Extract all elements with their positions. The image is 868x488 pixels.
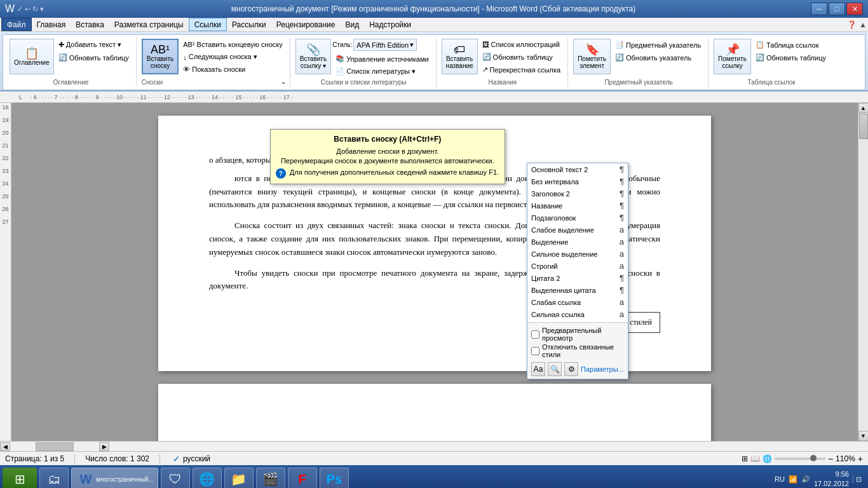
- scroll-right-button[interactable]: ▶: [99, 442, 109, 451]
- update-table-toc-button[interactable]: 🔄 Обновить таблицу: [55, 51, 132, 64]
- zoom-plus-icon[interactable]: +: [858, 454, 863, 464]
- horizontal-ruler: L · 6 · · · · · 7 · · · · · 8 · · · · · …: [0, 92, 868, 103]
- ps-icon: Ps: [324, 469, 344, 488]
- style-list[interactable]: Основной текст 2 ¶ Без интервала ¶ Загол…: [527, 163, 628, 322]
- style-item-h2[interactable]: Заголовок 2 ¶: [527, 187, 628, 200]
- zoom-minus-icon[interactable]: −: [828, 454, 833, 464]
- insert-citation-button[interactable]: 📎 Вставитьссылку ▾: [295, 39, 331, 74]
- taskbar-explorer-btn[interactable]: 🗂: [39, 468, 69, 488]
- show-footnotes-button[interactable]: 👁 Показать сноски: [180, 64, 286, 75]
- taskbar-shield-btn[interactable]: 🛡: [161, 468, 190, 488]
- clock-date: 17.02.2012: [814, 479, 849, 488]
- style-item-intense-quote[interactable]: Выделенная цитата ¶: [527, 284, 628, 296]
- scroll-h-thumb[interactable]: [36, 442, 74, 451]
- bibliography-button[interactable]: 📄 Список литературы ▾: [332, 65, 431, 78]
- language-button[interactable]: ✓ русский: [170, 453, 213, 464]
- apa-style-dropdown[interactable]: APA Fifth Edition ▾: [353, 39, 417, 51]
- style-item-intense-em[interactable]: Сильное выделение а: [527, 248, 628, 260]
- index-button[interactable]: 📑 Предметный указатель: [612, 39, 704, 51]
- menu-review[interactable]: Рецензирование: [271, 18, 341, 31]
- preview-checkbox-input[interactable]: [531, 330, 539, 339]
- linked-styles-checkbox[interactable]: Отключить связанные стили: [531, 343, 624, 358]
- word-icon: W: [76, 469, 96, 488]
- style-item-title[interactable]: Название ¶: [527, 200, 628, 212]
- update-table-cap-button[interactable]: 🔄 Обновить таблицу: [479, 51, 564, 63]
- menu-references[interactable]: Ссылки: [189, 18, 227, 31]
- maximize-button[interactable]: □: [829, 3, 845, 15]
- vertical-scrollbar[interactable]: ▲ ▼: [858, 103, 868, 441]
- style-item-nospace[interactable]: Без интервала ¶: [527, 175, 628, 187]
- scroll-down-button[interactable]: ▼: [858, 431, 869, 441]
- menu-addins[interactable]: Надстройки: [364, 18, 416, 31]
- ribbon-group-footnotes: AB¹ Вставитьсноску Вставить сноску (Alt+…: [138, 37, 290, 87]
- menu-insert[interactable]: Вставка: [71, 18, 109, 31]
- insert-endnote-button[interactable]: AB¹ Вставить концевую сноску: [180, 39, 286, 50]
- menu-home[interactable]: Главная: [32, 18, 71, 31]
- style-manage-button[interactable]: ⚙: [564, 362, 578, 376]
- style-item-quote2[interactable]: Цитата 2 ¶: [527, 272, 628, 284]
- scroll-thumb[interactable]: [859, 114, 868, 139]
- insert-footnote-button[interactable]: AB¹ Вставитьсноску Вставить сноску (Alt+…: [142, 39, 179, 74]
- taskbar-ps-btn[interactable]: Ps: [320, 468, 349, 488]
- update-index-button[interactable]: 🔄 Обновить указатель: [612, 51, 704, 64]
- cross-reference-button[interactable]: ↗ Перекрестная ссылка: [479, 64, 564, 76]
- insert-caption-button[interactable]: 🏷 Вставитьназвание: [442, 39, 478, 74]
- taskbar-browser-btn[interactable]: 🌐: [193, 468, 222, 488]
- update-toa-button[interactable]: 🔄 Обновить таблицу: [752, 51, 829, 64]
- minimize-button[interactable]: ─: [811, 3, 827, 15]
- menu-file[interactable]: Файл: [1, 18, 32, 31]
- add-text-button[interactable]: ✚ Добавить текст ▾: [55, 39, 132, 51]
- menu-mailings[interactable]: Рассылки: [227, 18, 271, 31]
- linked-styles-input[interactable]: [531, 347, 539, 355]
- scroll-track[interactable]: [858, 113, 868, 431]
- style-item-em[interactable]: Выделение а: [527, 236, 628, 248]
- zoom-thumb[interactable]: [810, 455, 817, 461]
- view-reading-icon[interactable]: 📖: [750, 454, 760, 463]
- show-desktop-icon[interactable]: ⊡: [853, 475, 862, 484]
- style-item-basic2[interactable]: Основной текст 2 ¶: [527, 163, 628, 175]
- menu-layout[interactable]: Разметка страницы: [109, 18, 189, 31]
- next-footnote-button[interactable]: ↓ Следующая сноска ▾: [180, 51, 286, 63]
- footnotes-expand-icon[interactable]: ⌄: [281, 78, 286, 85]
- style-item-subtle-ref[interactable]: Слабая ссылка а: [527, 296, 628, 308]
- taskbar-folder-btn[interactable]: 📁: [224, 468, 254, 488]
- menu-view[interactable]: Вид: [340, 18, 364, 31]
- taskbar-media-btn[interactable]: 🎬: [256, 468, 285, 488]
- horizontal-scrollbar[interactable]: ◀ ▶: [0, 441, 868, 451]
- close-button[interactable]: ✕: [846, 3, 863, 15]
- tooltip-help: ? Для получения дополнительных сведений …: [276, 168, 499, 179]
- toa-button[interactable]: 📋 Таблица ссылок: [752, 39, 829, 51]
- view-web-icon[interactable]: 🌐: [763, 454, 772, 463]
- linked-styles-label: Отключить связанные стили: [542, 343, 624, 358]
- system-clock: 9:56 17.02.2012: [814, 470, 849, 488]
- mark-citation-button[interactable]: 📌 Пометитьссылку: [714, 39, 751, 74]
- style-item-intense-ref[interactable]: Сильная ссылка а: [527, 308, 628, 320]
- taskbar-flash-btn[interactable]: F: [288, 468, 317, 488]
- ribbon-group-citations: 📎 Вставитьссылку ▾ Стиль: APA Fifth Edit…: [292, 37, 437, 87]
- view-normal-icon[interactable]: ⊞: [742, 454, 748, 463]
- taskbar: ⊞ 🗂 W многостраничный... 🛡 🌐 📁 🎬 F Ps RU…: [0, 465, 868, 488]
- window-title: многостраничный документ [Режим ограниче…: [56, 4, 811, 13]
- systray-lang: RU: [775, 475, 785, 483]
- minimize-ribbon-icon[interactable]: ▲: [859, 20, 867, 29]
- params-link[interactable]: Параметры...: [581, 365, 624, 373]
- style-new-button[interactable]: Аа: [531, 362, 545, 376]
- style-item-strict[interactable]: Строгий а: [527, 260, 628, 272]
- mark-entry-button[interactable]: 🔖 Пометитьэлемент: [573, 39, 611, 74]
- preview-checkbox[interactable]: Предварительный просмотр: [531, 327, 624, 342]
- help-icon[interactable]: ❓: [847, 20, 857, 29]
- shield-icon: 🛡: [165, 469, 186, 488]
- taskbar-word-btn[interactable]: W многостраничный...: [71, 468, 158, 488]
- style-item-subtle-em[interactable]: Слабое выделение а: [527, 224, 628, 236]
- tooltip-help-text: Для получения дополнительных сведений на…: [290, 168, 499, 176]
- style-inspect-button[interactable]: 🔍: [548, 362, 562, 376]
- zoom-slider[interactable]: [775, 458, 825, 460]
- captions-group-label: Названия: [489, 78, 517, 86]
- manage-sources-button[interactable]: 📚 Управление источниками: [332, 53, 431, 65]
- figures-list-button[interactable]: 🖼 Список иллюстраций: [479, 39, 564, 50]
- scroll-left-button[interactable]: ◀: [0, 442, 10, 451]
- start-button[interactable]: ⊞: [3, 468, 37, 488]
- style-item-subtitle[interactable]: Подзаголовок ¶: [527, 212, 628, 224]
- toc-button[interactable]: 📋 Оглавление: [10, 39, 54, 74]
- scroll-up-button[interactable]: ▲: [858, 103, 869, 113]
